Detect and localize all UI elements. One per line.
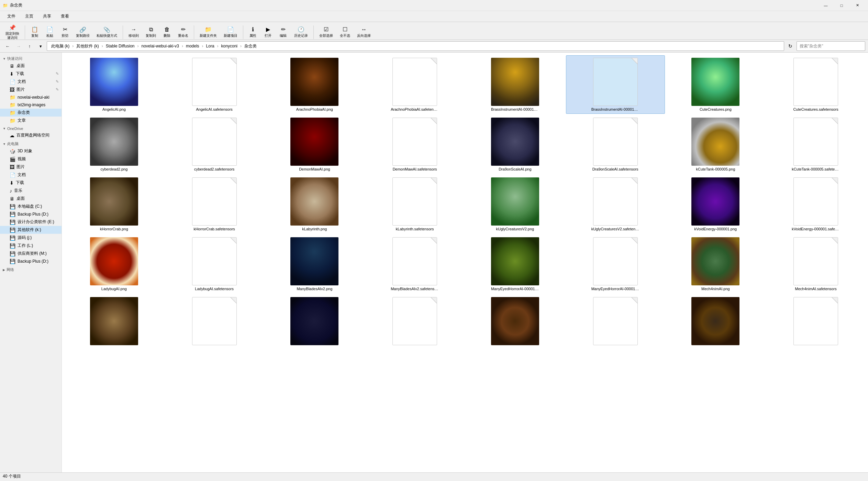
toolbar-moveto-btn[interactable]: →移动到	[126, 25, 142, 39]
sidebar-item-d[interactable]: 💾 Backup Plus (D:)	[0, 210, 62, 218]
file-item-angelic-safe[interactable]: AngelicAI.safetensors	[165, 55, 264, 114]
toolbar-newfolder-btn[interactable]: 📁新建文件夹	[197, 25, 220, 39]
sidebar-item-c[interactable]: 💾 本地磁盘 (C:)	[0, 203, 62, 210]
file-item-kugly-png[interactable]: kUglyCreaturesV2.png	[466, 175, 565, 233]
file-item-cute-safe[interactable]: CuteCreatures.safetensors	[766, 55, 865, 114]
path-part-computer[interactable]: 此电脑 (k)	[50, 43, 71, 50]
file-item-kugly-safe[interactable]: kUglyCreaturesV2.safetensors	[566, 175, 665, 233]
file-item-arachno-png[interactable]: ArachnoPhobiaAI.png	[265, 55, 364, 114]
toolbar-newitem-btn[interactable]: 📄新建项目	[221, 25, 240, 39]
toolbar-copyto-btn[interactable]: ⧉复制到	[143, 25, 159, 39]
file-item-mech4nim-png[interactable]: Mech4nimAI.png	[666, 235, 765, 293]
file-item-cyber2-png[interactable]: cyberdead2.png	[65, 115, 164, 174]
sidebar-item-dsk[interactable]: 🖥 桌面	[0, 195, 62, 203]
toolbar-copypath-btn[interactable]: 🔗复制路径	[73, 25, 92, 39]
minimize-button[interactable]: —	[818, 0, 834, 11]
toolbar-delete-btn[interactable]: 🗑删除	[160, 25, 174, 39]
file-item-ladybug-png[interactable]: LadybugAI.png	[65, 235, 164, 293]
toolbar-selectall-btn[interactable]: ☑全部选择	[316, 25, 336, 39]
close-button[interactable]: ✕	[849, 0, 865, 11]
file-item-arachno-safe[interactable]: ArachnoPhobiaAI.safetensors	[365, 55, 464, 114]
path-part-sd[interactable]: Stable Diffusion	[104, 43, 136, 49]
maximize-button[interactable]: □	[834, 0, 849, 11]
sidebar-item-desktop[interactable]: 🖥 桌面	[0, 62, 62, 70]
toolbar-edit-btn[interactable]: ✏编辑	[276, 25, 290, 39]
sidebar-section-computer[interactable]: ▼ 此电脑	[0, 139, 62, 147]
path-part-konyconi[interactable]: konyconi	[220, 43, 239, 49]
recent-button[interactable]: ▾	[36, 41, 45, 51]
sidebar-item-dl[interactable]: ⬇ 下载	[0, 179, 62, 187]
sidebar-item-documents[interactable]: 📄 文档	[0, 171, 62, 179]
file-item-dragon-safe[interactable]: Dra9onScaleAI.safetensors	[566, 115, 665, 174]
ribbon-tab-share[interactable]: 共享	[38, 12, 56, 21]
file-item-mech4nim-safe[interactable]: Mech4nimAI.safetensors	[766, 235, 865, 293]
toolbar-history-btn[interactable]: 🕐历史记录	[291, 25, 311, 39]
sidebar-item-3d[interactable]: 🎲 3D 对象	[0, 147, 62, 155]
sidebar-item-video[interactable]: 🎬 视频	[0, 155, 62, 163]
path-part-models[interactable]: models	[185, 43, 201, 49]
file-item-ladybug-safe[interactable]: LadybugAI.safetensors	[165, 235, 264, 293]
sidebar-item-downloads[interactable]: ⬇ 下载 ✎	[0, 70, 62, 78]
sidebar-item-pictures[interactable]: 🖼 图片	[0, 163, 62, 171]
sidebar-item-d2[interactable]: 💾 Backup Plus (D:)	[0, 258, 62, 265]
sidebar-item-txt2img[interactable]: 📁 txt2img-images	[0, 101, 62, 109]
file-item-cute-png[interactable]: CuteCreatures.png	[666, 55, 765, 114]
sidebar-item-novelai[interactable]: 📁 novelai-webui-aki	[0, 94, 62, 101]
sidebar-item-l[interactable]: 💾 工作 (L:)	[0, 242, 62, 250]
search-input[interactable]	[797, 41, 865, 51]
file-item-demonmaw-png[interactable]: DemonMawAI.png	[265, 115, 364, 174]
file-item-kcutetank-safe[interactable]: kCuteTank-000005.safetensors	[766, 115, 865, 174]
toolbar-pin-btn[interactable]: 📌固定到快速访问	[3, 23, 22, 40]
back-button[interactable]: ←	[3, 41, 12, 51]
file-item-brass-safe[interactable]: BrassInstrumentAI-000014.safetensors	[566, 55, 665, 114]
file-item-khorrorcrab-png[interactable]: kHorrorCrab.png	[65, 175, 164, 233]
toolbar-rename-btn[interactable]: ✏重命名	[175, 25, 191, 39]
sidebar-section-quickaccess[interactable]: ▼ 快速访问	[0, 54, 62, 62]
address-path[interactable]: 此电脑 (k) › 其他软件 (k) › Stable Diffusion › …	[47, 41, 784, 51]
file-item-brass-png[interactable]: BrassInstrumentAI-000014.png	[466, 55, 565, 114]
toolbar-invertselect-btn[interactable]: ↔反向选择	[354, 25, 374, 39]
path-part-other[interactable]: 其他软件 (k)	[75, 43, 100, 50]
sidebar-item-docs[interactable]: 📄 文档 ✎	[0, 78, 62, 86]
file-item-manyblades-png[interactable]: ManyBladesAIv2.png	[265, 235, 364, 293]
file-item-angelic-png[interactable]: AngelicAI.png	[65, 55, 164, 114]
toolbar-paste-btn[interactable]: 📄粘贴	[43, 25, 57, 39]
ribbon-tab-file[interactable]: 文件	[3, 12, 20, 21]
sidebar-item-zainian[interactable]: 📁 杂念类	[0, 109, 62, 117]
file-item-kvoid-safe[interactable]: kVoidEnergy-000001.safetensors	[766, 175, 865, 233]
file-item-bottom4-png[interactable]	[666, 295, 765, 349]
path-part-novelai[interactable]: novelai-webui-aki-v3	[140, 43, 180, 49]
up-button[interactable]: ↑	[25, 41, 34, 51]
file-item-manyblades-safe[interactable]: ManyBladesAIv2.safetensors	[365, 235, 464, 293]
file-item-klabyrinth-safe[interactable]: kLabyrinth.safetensors	[365, 175, 464, 233]
file-item-demonmaw-safe[interactable]: DemonMawAI.safetensors	[365, 115, 464, 174]
file-item-bottom1-safe[interactable]	[165, 295, 264, 349]
file-item-kcutetank-png[interactable]: kCuteTank-000005.png	[666, 115, 765, 174]
file-item-kvoid-png[interactable]: kVoidEnergy-000001.png	[666, 175, 765, 233]
sidebar-item-baidu[interactable]: ☁ 百度网盘网络空间	[0, 131, 62, 139]
toolbar-cut-btn[interactable]: ✂剪切	[58, 25, 72, 39]
toolbar-copy-btn[interactable]: 📋复制	[28, 25, 42, 39]
file-item-cyber2-safe[interactable]: cyberdead2.safetensors	[165, 115, 264, 174]
forward-button[interactable]: →	[14, 41, 23, 51]
file-item-klabyrinth-png[interactable]: kLabyrinth.png	[265, 175, 364, 233]
file-item-bottom2-safe[interactable]	[365, 295, 464, 349]
toolbar-pasteshortcut-btn[interactable]: 📎粘贴快捷方式	[94, 25, 120, 39]
file-item-dragon-png[interactable]: Dra9onScaleAI.png	[466, 115, 565, 174]
toolbar-open-btn[interactable]: ▶打开	[261, 25, 275, 39]
file-item-manyeyed-png[interactable]: ManyEyedHorrorAI-000011.png	[466, 235, 565, 293]
sidebar-item-e[interactable]: 💾 设计办公类软件 (E:)	[0, 218, 62, 226]
file-item-bottom2-png[interactable]	[265, 295, 364, 349]
refresh-button[interactable]: ↻	[786, 41, 795, 51]
sidebar-item-wenzhang[interactable]: 📁 文章	[0, 117, 62, 124]
file-item-bottom3-safe[interactable]	[566, 295, 665, 349]
sidebar-item-j[interactable]: 💾 源码 (j:)	[0, 234, 62, 242]
sidebar-item-k[interactable]: 💾 其他软件 (k:)	[0, 226, 62, 234]
toolbar-selectnone-btn[interactable]: ☐全不选	[337, 25, 353, 39]
sidebar-item-m[interactable]: 💾 供应商资料 (M:)	[0, 250, 62, 258]
file-item-khorrorcrab-safe[interactable]: kHorrorCrab.safetensors	[165, 175, 264, 233]
ribbon-tab-view[interactable]: 查看	[56, 12, 74, 21]
file-item-bottom1-png[interactable]	[65, 295, 164, 349]
file-item-bottom3-png[interactable]	[466, 295, 565, 349]
sidebar-item-pics[interactable]: 🖼 图片 ✎	[0, 86, 62, 94]
